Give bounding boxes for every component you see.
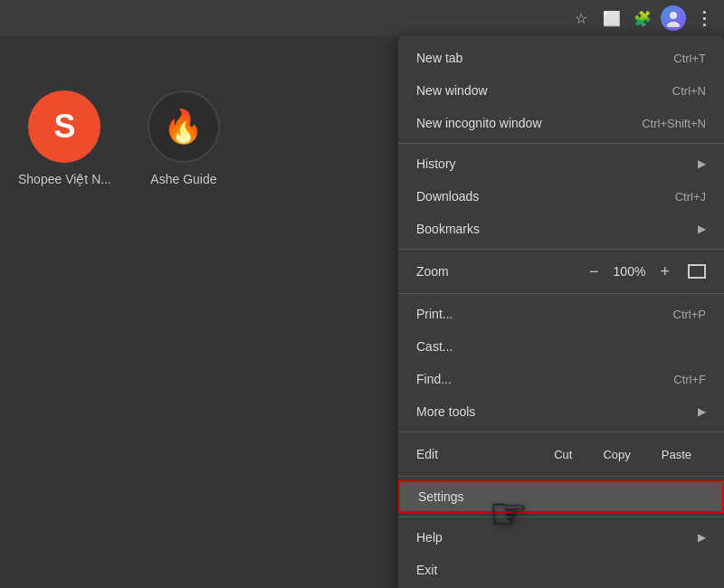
divider-1 (398, 143, 724, 144)
shortcut-ashe-label: Ashe Guide (150, 172, 216, 186)
menu-item-find[interactable]: Find... Ctrl+F (398, 363, 724, 395)
menu-item-incognito[interactable]: New incognito window Ctrl+Shift+N (398, 107, 724, 139)
shopee-icon: S (28, 90, 100, 163)
bookmark-icon[interactable]: ☆ (568, 5, 594, 31)
zoom-plus[interactable]: + (656, 262, 673, 281)
menu-item-exit[interactable]: Exit (398, 554, 724, 586)
edit-row: Edit Cut Copy Paste (398, 436, 724, 472)
cut-button[interactable]: Cut (539, 444, 586, 465)
zoom-row: Zoom − 100% + (398, 253, 724, 289)
menu-item-print[interactable]: Print... Ctrl+P (398, 298, 724, 330)
menu-item-history[interactable]: History ▶ (398, 147, 724, 180)
menu-item-new-tab[interactable]: New tab Ctrl+T (398, 42, 724, 74)
menu-item-new-window[interactable]: New window Ctrl+N (398, 74, 724, 107)
svg-point-1 (667, 22, 680, 27)
divider-3 (398, 293, 724, 294)
menu-item-settings[interactable]: Settings (398, 480, 724, 513)
zoom-value: 100% (611, 264, 647, 279)
copy-button[interactable]: Copy (588, 444, 644, 465)
shortcut-shopee[interactable]: S Shopee Việt N... (18, 90, 111, 186)
avatar[interactable] (661, 5, 686, 31)
page-content: S Shopee Việt N... 🔥 Ashe Guide New tab … (0, 36, 724, 588)
divider-6 (398, 517, 724, 517)
shortcut-shopee-label: Shopee Việt N... (18, 172, 111, 186)
menu-item-more-tools[interactable]: More tools ▶ (398, 395, 724, 428)
puzzle-icon[interactable]: 🧩 (630, 5, 655, 31)
more-icon[interactable]: ⋮ (691, 5, 717, 31)
menu-item-bookmarks[interactable]: Bookmarks ▶ (398, 213, 724, 245)
ashe-icon: 🔥 (148, 90, 220, 163)
fullscreen-icon[interactable] (688, 264, 706, 279)
menu-item-cast[interactable]: Cast... (398, 330, 724, 363)
svg-point-0 (670, 12, 677, 19)
divider-5 (398, 476, 724, 477)
tab-icon[interactable]: ⬜ (599, 5, 624, 31)
zoom-controls: − 100% + (586, 262, 706, 281)
zoom-minus[interactable]: − (586, 262, 603, 281)
shortcut-ashe[interactable]: 🔥 Ashe Guide (148, 90, 220, 186)
menu-item-downloads[interactable]: Downloads Ctrl+J (398, 180, 724, 213)
context-menu: New tab Ctrl+T New window Ctrl+N New inc… (398, 36, 724, 588)
divider-2 (398, 249, 724, 250)
browser-toolbar: ☆ ⬜ 🧩 ⋮ (0, 0, 724, 36)
divider-4 (398, 432, 724, 432)
menu-item-help[interactable]: Help ▶ (398, 521, 724, 554)
edit-buttons: Cut Copy Paste (539, 444, 706, 465)
paste-button[interactable]: Paste (647, 444, 706, 465)
